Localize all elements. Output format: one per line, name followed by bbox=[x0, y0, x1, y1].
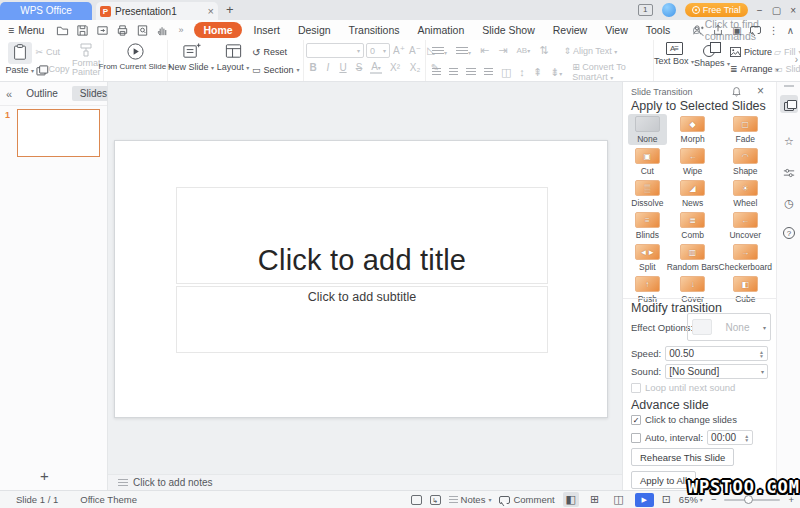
slide-sorter-view-button[interactable] bbox=[587, 492, 602, 507]
justify-icon[interactable] bbox=[484, 68, 493, 76]
loop-checkbox[interactable] bbox=[631, 383, 641, 393]
from-current-slide-button[interactable]: From Current Slide bbox=[104, 40, 166, 71]
hand-tool-icon[interactable] bbox=[156, 24, 169, 37]
transition-news[interactable]: ◢News bbox=[667, 178, 719, 209]
effect-options-combo[interactable]: None bbox=[687, 313, 771, 341]
underline-button[interactable]: U bbox=[338, 62, 348, 73]
task-window-icon[interactable] bbox=[411, 495, 422, 505]
new-slide-button[interactable]: New Slide bbox=[168, 40, 214, 72]
open-file-icon[interactable] bbox=[56, 24, 69, 37]
slide[interactable]: Click to add title Click to add subtitle bbox=[114, 140, 608, 418]
collapse-ribbon-icon[interactable] bbox=[787, 25, 794, 36]
convert-smartart-button[interactable]: Convert To SmartArt bbox=[572, 62, 647, 82]
transition-cut[interactable]: ▣Cut bbox=[628, 146, 667, 177]
transition-random-bars[interactable]: ▥Random Bars bbox=[667, 242, 719, 273]
reset-button[interactable]: Reset bbox=[252, 47, 302, 58]
rehearse-button[interactable]: Rehearse This Slide bbox=[631, 448, 734, 466]
transition-checkerboard[interactable]: →Checkerboard bbox=[719, 242, 772, 273]
comment-toggle[interactable]: Comment bbox=[499, 494, 554, 505]
space-before-icon[interactable] bbox=[533, 66, 542, 79]
tab-design[interactable]: Design bbox=[289, 22, 340, 38]
close-document-icon[interactable] bbox=[208, 5, 214, 17]
transition-comb[interactable]: ≣Comb bbox=[667, 210, 719, 241]
align-left-icon[interactable] bbox=[432, 68, 441, 76]
decrease-font-icon[interactable]: A⁻ bbox=[408, 45, 422, 56]
line-spacing-icon[interactable] bbox=[519, 66, 525, 78]
share-user-icon[interactable] bbox=[692, 24, 704, 36]
increase-indent-icon[interactable] bbox=[498, 44, 507, 57]
apply-to-all-button[interactable]: Apply to All bbox=[631, 471, 696, 489]
print-preview-icon[interactable] bbox=[136, 24, 149, 37]
avatar[interactable] bbox=[662, 3, 676, 17]
help-button[interactable] bbox=[780, 224, 798, 242]
transition-cube[interactable]: ◧Cube bbox=[719, 274, 772, 305]
maximize-button[interactable] bbox=[772, 5, 781, 16]
ribbon-expander-icon[interactable] bbox=[795, 54, 798, 65]
new-window-icon[interactable] bbox=[430, 495, 441, 505]
tab-animation[interactable]: Animation bbox=[409, 22, 474, 38]
superscript-button[interactable]: X² bbox=[388, 62, 402, 73]
bullets-button[interactable] bbox=[432, 45, 447, 57]
save-icon[interactable] bbox=[76, 24, 89, 37]
free-trial-button[interactable]: Free Trial bbox=[685, 3, 748, 17]
font-color-button[interactable]: A bbox=[370, 61, 382, 74]
decrease-indent-icon[interactable] bbox=[480, 44, 489, 57]
animation-pane-icon[interactable] bbox=[780, 132, 798, 150]
copy-button[interactable]: Copy bbox=[36, 64, 70, 74]
slide-button[interactable]: Slide bbox=[774, 64, 800, 74]
layout-button[interactable]: Layout bbox=[214, 40, 252, 72]
close-panel-icon[interactable] bbox=[757, 84, 764, 98]
bold-button[interactable]: B bbox=[308, 62, 318, 73]
transition-wipe[interactable]: ←Wipe bbox=[667, 146, 719, 177]
more-options-icon[interactable] bbox=[769, 25, 779, 36]
notes-toggle[interactable]: Notes bbox=[449, 494, 492, 505]
tab-slide-show[interactable]: Slide Show bbox=[473, 22, 544, 38]
transition-shape[interactable]: ◠Shape bbox=[719, 146, 772, 177]
text-sort-icon[interactable] bbox=[539, 44, 548, 57]
normal-view-button[interactable] bbox=[563, 492, 579, 507]
window-count-badge[interactable]: 1 bbox=[638, 4, 653, 16]
slide-thumbnail[interactable] bbox=[17, 109, 100, 157]
subscript-button[interactable]: X₂ bbox=[408, 62, 422, 73]
arrange-button[interactable]: Arrange bbox=[730, 64, 774, 74]
document-tab[interactable]: Presentation1 bbox=[96, 2, 218, 20]
minimize-button[interactable] bbox=[757, 5, 763, 16]
transition-dissolve[interactable]: ▒Dissolve bbox=[628, 178, 667, 209]
click-to-change-checkbox[interactable] bbox=[631, 415, 641, 425]
speed-input[interactable]: 00.50 bbox=[665, 346, 768, 361]
reading-view-button[interactable] bbox=[610, 492, 626, 507]
italic-button[interactable]: I bbox=[324, 62, 332, 73]
tab-home[interactable]: Home bbox=[194, 22, 241, 38]
add-slide-button[interactable]: + bbox=[40, 467, 49, 484]
tab-outline[interactable]: Outline bbox=[18, 86, 66, 101]
quick-access-overflow-icon[interactable] bbox=[178, 25, 183, 35]
paste-button[interactable]: Paste bbox=[4, 40, 36, 75]
integrations-icon[interactable] bbox=[732, 25, 741, 36]
picture-button[interactable]: Picture bbox=[730, 47, 774, 57]
tab-tools[interactable]: Tools bbox=[637, 22, 680, 38]
subtitle-placeholder[interactable]: Click to add subtitle bbox=[176, 286, 548, 353]
transition-morph[interactable]: ◆Morph bbox=[667, 114, 719, 145]
close-window-button[interactable] bbox=[790, 5, 796, 16]
cut-button[interactable]: Cut bbox=[36, 47, 70, 57]
tab-review[interactable]: Review bbox=[544, 22, 596, 38]
title-placeholder[interactable]: Click to add title bbox=[176, 187, 548, 284]
new-tab-button[interactable] bbox=[226, 2, 234, 17]
font-name-combo[interactable] bbox=[306, 43, 364, 58]
bell-icon[interactable] bbox=[731, 86, 742, 97]
main-menu-button[interactable]: Menu bbox=[8, 24, 44, 36]
columns-icon[interactable] bbox=[501, 66, 511, 79]
transition-fade[interactable]: ▢Fade bbox=[719, 114, 772, 145]
transition-none[interactable]: None bbox=[628, 114, 667, 145]
tab-insert[interactable]: Insert bbox=[245, 22, 289, 38]
shapes-button[interactable]: Shapes bbox=[694, 40, 730, 68]
transition-blinds[interactable]: ≡Blinds bbox=[628, 210, 667, 241]
transition-uncover[interactable]: ←Uncover bbox=[719, 210, 772, 241]
strikethrough-button[interactable]: S bbox=[354, 62, 364, 73]
section-button[interactable]: Section bbox=[252, 65, 302, 75]
align-center-icon[interactable] bbox=[449, 68, 458, 76]
history-icon[interactable] bbox=[780, 194, 798, 212]
print-icon[interactable] bbox=[116, 24, 129, 37]
app-tab[interactable]: WPS Office bbox=[0, 2, 92, 20]
text-box-button[interactable]: Text Box bbox=[654, 40, 694, 66]
